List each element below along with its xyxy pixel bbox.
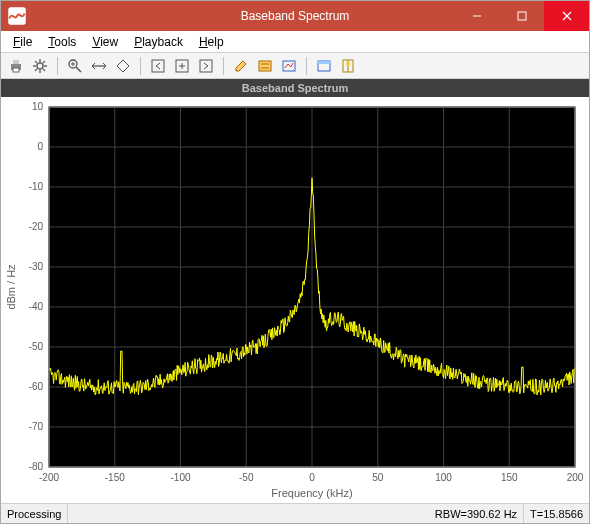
marker-icon[interactable] (337, 55, 359, 77)
plot-area: Baseband Spectrum -200-150-100-500501001… (1, 79, 589, 503)
svg-line-16 (35, 69, 37, 71)
status-rbw: RBW=390.62 Hz (429, 504, 524, 523)
legend-icon[interactable] (254, 55, 276, 77)
statusbar: Processing RBW=390.62 Hz T=15.8566 (1, 503, 589, 523)
titlebar: Baseband Spectrum (1, 1, 589, 31)
fit-left-icon[interactable] (147, 55, 169, 77)
fit-right-icon[interactable] (195, 55, 217, 77)
svg-rect-30 (283, 61, 295, 71)
toolbar (1, 53, 589, 79)
svg-text:-10: -10 (29, 181, 44, 192)
maximize-button[interactable] (499, 1, 544, 31)
svg-text:50: 50 (372, 472, 384, 483)
svg-text:dBm / Hz: dBm / Hz (5, 264, 17, 310)
svg-text:-50: -50 (239, 472, 254, 483)
svg-text:-150: -150 (105, 472, 125, 483)
svg-text:100: 100 (435, 472, 452, 483)
svg-rect-2 (518, 12, 526, 20)
menu-tools[interactable]: Tools (42, 33, 82, 51)
close-button[interactable] (544, 1, 589, 31)
app-icon (7, 6, 27, 26)
window-icon[interactable] (313, 55, 335, 77)
svg-text:-30: -30 (29, 261, 44, 272)
svg-line-18 (76, 67, 81, 72)
fit-all-icon[interactable] (171, 55, 193, 77)
pan-icon[interactable] (112, 55, 134, 77)
status-left: Processing (1, 504, 68, 523)
edit-icon[interactable] (230, 55, 252, 77)
svg-text:0: 0 (309, 472, 315, 483)
menu-help[interactable]: Help (193, 33, 230, 51)
svg-text:200: 200 (567, 472, 584, 483)
svg-rect-7 (13, 68, 19, 72)
svg-text:-40: -40 (29, 301, 44, 312)
svg-rect-26 (200, 60, 212, 72)
svg-line-13 (35, 61, 37, 63)
minimize-button[interactable] (454, 1, 499, 31)
svg-rect-6 (13, 60, 19, 64)
svg-rect-32 (318, 61, 330, 64)
zoom-in-icon[interactable] (64, 55, 86, 77)
menu-playback[interactable]: Playback (128, 33, 189, 51)
zoom-x-icon[interactable] (88, 55, 110, 77)
svg-point-8 (37, 63, 43, 69)
svg-text:-80: -80 (29, 461, 44, 472)
svg-point-35 (346, 62, 350, 66)
svg-text:10: 10 (32, 101, 44, 112)
svg-text:-200: -200 (39, 472, 59, 483)
plot-title: Baseband Spectrum (1, 79, 589, 97)
menubar: FileToolsViewPlaybackHelp (1, 31, 589, 53)
svg-text:-20: -20 (29, 221, 44, 232)
svg-line-15 (43, 61, 45, 63)
svg-rect-27 (259, 61, 271, 71)
svg-text:Frequency (kHz): Frequency (kHz) (271, 487, 352, 499)
svg-text:-100: -100 (170, 472, 190, 483)
svg-rect-22 (152, 60, 164, 72)
cursor-icon[interactable] (278, 55, 300, 77)
svg-text:-60: -60 (29, 381, 44, 392)
menu-file[interactable]: File (7, 33, 38, 51)
svg-text:0: 0 (37, 141, 43, 152)
status-time: T=15.8566 (524, 504, 589, 523)
svg-line-14 (43, 69, 45, 71)
menu-view[interactable]: View (86, 33, 124, 51)
spectrum-chart[interactable]: -200-150-100-50050100150200-80-70-60-50-… (1, 97, 589, 503)
svg-text:150: 150 (501, 472, 518, 483)
print-icon[interactable] (5, 55, 27, 77)
settings-icon[interactable] (29, 55, 51, 77)
svg-text:-50: -50 (29, 341, 44, 352)
svg-text:-70: -70 (29, 421, 44, 432)
